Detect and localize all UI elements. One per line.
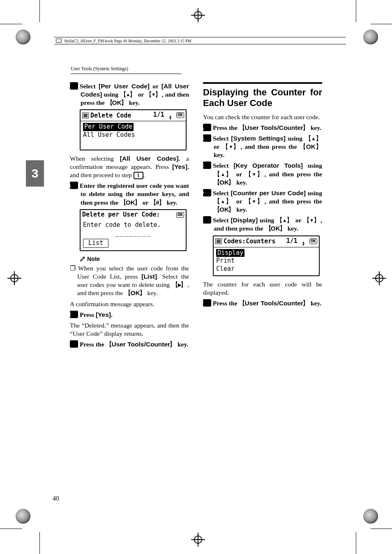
down-key: ▼: [245, 198, 265, 205]
lcd-title: Codes:Counters: [224, 238, 275, 245]
step-number-icon: D: [203, 189, 211, 196]
step-text: key.: [176, 341, 188, 348]
r-step-3: CSelect [Key Operator Tools] using ▲ or …: [203, 162, 322, 186]
step-number-icon: H: [70, 311, 78, 318]
step-text: using: [303, 162, 322, 169]
lcd-title-bar: Delete per User Code: OK: [81, 210, 186, 220]
lcd-title-bar: Delete Code 1/1 ▲▼ OK: [81, 110, 186, 121]
option-label: [Display]: [231, 217, 258, 224]
hairline: [0, 529, 22, 529]
up-key: ▲: [120, 91, 136, 98]
note-tail: A confirmation message appears.: [70, 300, 189, 308]
r-step-5: ESelect [Display] using ▲ or ▼, and then…: [203, 216, 322, 233]
step-text: using: [306, 189, 322, 196]
menu-icon: [82, 113, 89, 118]
step-text: Press the: [213, 124, 239, 131]
down-key: ▼: [145, 91, 162, 98]
ok-key: OK: [265, 225, 286, 232]
lcd-title-bar: Codes:Counters 1/1 ▲▼ OK: [214, 236, 319, 247]
registration-mark-right: [372, 271, 386, 285]
step6-note: When selecting [All User Codes], a confi…: [70, 155, 189, 179]
registration-mark-left: [7, 271, 21, 285]
ok-icon: OK: [309, 238, 317, 244]
r-step-4: DSelect [Counter per User Code] using ▲ …: [203, 189, 322, 214]
lcd-selected-row: Per User Code: [83, 123, 134, 131]
pencil-icon: [80, 256, 85, 262]
lcd-body: Display Print Clear: [214, 247, 319, 276]
step-text: Press the: [213, 300, 239, 307]
crop-orb-br: [363, 509, 378, 524]
step-ref-icon: I: [134, 172, 143, 179]
updown-icon: ▲▼: [169, 115, 171, 120]
step-text: key.: [286, 225, 298, 232]
ok-key: OK: [214, 206, 235, 213]
step8-result: The “Deleted.” message appears, and then…: [70, 321, 189, 338]
up-key: ▲: [305, 135, 322, 142]
menu-icon: [215, 238, 222, 244]
lcd-row: All User Codes: [83, 131, 183, 139]
content-columns: FSelect [Per User Code] or [All User Cod…: [70, 82, 349, 351]
section-intro: You can check the counter for each user …: [203, 113, 322, 121]
right-key: ▶: [172, 281, 187, 288]
step-text: Select: [213, 217, 231, 224]
step-text: key.: [127, 99, 140, 106]
user-tools-key: User Tools/Counter: [239, 124, 309, 131]
ok-key: OK: [106, 99, 127, 106]
body-text: When selecting: [70, 155, 120, 162]
r-step-6: FPress the User Tools/Counter key.: [203, 299, 322, 307]
ok-key: OK: [125, 289, 145, 296]
user-tools-key: User Tools/Counter: [239, 300, 309, 307]
note-heading: Note: [80, 255, 189, 263]
hairline: [356, 532, 356, 554]
ok-key: OK: [120, 199, 141, 206]
lcd-row: Print: [216, 257, 316, 265]
step-6: FSelect [Per User Code] or [All User Cod…: [70, 82, 189, 107]
step-number-icon: F: [70, 82, 78, 90]
option-label: [Counter per User Code]: [231, 189, 306, 196]
lcd-codes-counters: Codes:Counters 1/1 ▲▼ OK Display Print C…: [213, 235, 320, 277]
up-key: ▲: [214, 198, 233, 205]
crop-orb-bl: [16, 509, 30, 524]
running-head: User Tools (System Settings): [71, 66, 182, 74]
step-9: IPress the User Tools/Counter key.: [70, 340, 189, 349]
hairline: [39, 0, 40, 22]
registration-mark-bottom: [191, 533, 205, 547]
step-text: Select: [213, 189, 231, 196]
step-text: key.: [309, 300, 321, 307]
hairline: [371, 529, 392, 529]
lcd-delete-code: Delete Code 1/1 ▲▼ OK Per User Code All …: [80, 109, 187, 150]
ok-key: OK: [214, 179, 235, 186]
option-label: [Yes]: [172, 163, 187, 170]
r-step-1: APress the User Tools/Counter key.: [203, 124, 322, 132]
lcd-title: Delete per User Code:: [82, 211, 160, 219]
note-bullet: ❒When you select the user code from the …: [70, 264, 189, 298]
step-number-icon: B: [203, 134, 211, 142]
lcd-row: Enter code to delete.: [83, 221, 183, 229]
step-number-icon: I: [70, 340, 78, 348]
step-text: Select: [80, 83, 99, 90]
step-text: or: [214, 143, 222, 150]
body-text: .: [143, 171, 145, 178]
step-text: Select: [213, 135, 231, 142]
hairline: [0, 24, 22, 24]
r-step-2: BSelect [System Settings] using ▲ or ▼, …: [203, 134, 322, 159]
step-7: GEnter the registered user code you want…: [70, 182, 189, 206]
down-key: ▼: [245, 171, 265, 178]
registration-mark-top: [191, 8, 205, 22]
step-text: key.: [235, 206, 247, 213]
page-number: 40: [53, 495, 59, 502]
step-text: or: [233, 198, 245, 205]
step-text: , and then press the: [265, 198, 322, 205]
lcd-input-line: ________: [83, 229, 183, 238]
step-text: .: [111, 311, 113, 318]
step-number-icon: F: [203, 299, 211, 307]
down-key: ▼: [222, 143, 240, 150]
step-number-icon: A: [203, 124, 211, 131]
lcd-body: Per User Code All User Codes: [81, 121, 186, 150]
down-key: ▼: [303, 217, 321, 224]
ok-icon: OK: [176, 212, 184, 218]
step-8: HPress [Yes].: [70, 311, 189, 319]
step-text: Press the: [80, 341, 106, 348]
step-text: or: [293, 217, 303, 224]
lcd-row: Clear: [216, 265, 316, 273]
